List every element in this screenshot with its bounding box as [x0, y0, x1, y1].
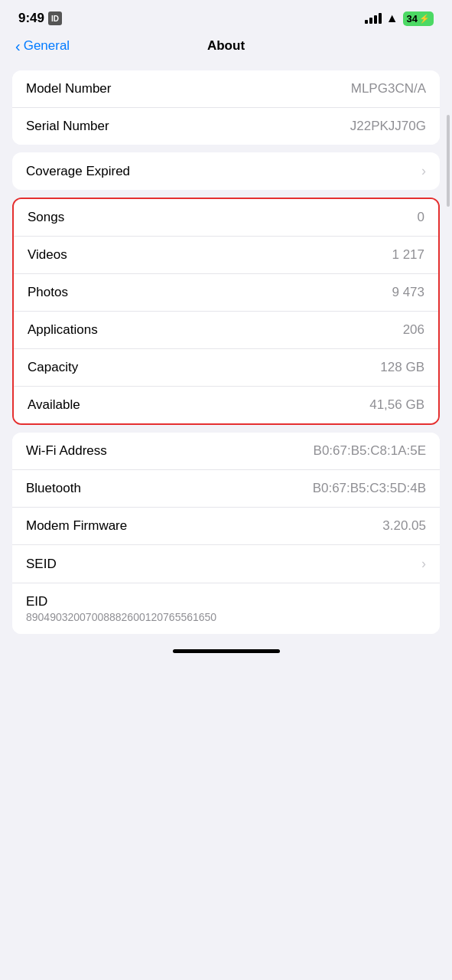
back-button[interactable]: ‹ General [15, 38, 70, 54]
videos-row: Videos 1 217 [14, 237, 438, 274]
back-chevron-icon: ‹ [15, 38, 21, 54]
songs-value: 0 [418, 210, 424, 225]
scrollbar-thumb[interactable] [447, 115, 450, 207]
back-label: General [24, 38, 70, 54]
videos-label: Videos [28, 247, 67, 263]
serial-number-row: Serial Number J22PKJJ70G [12, 108, 440, 145]
status-time: 9:49 [18, 11, 44, 26]
bluetooth-label: Bluetooth [26, 481, 81, 496]
battery-bolt-icon: ⚡ [419, 14, 430, 24]
signal-icon [365, 13, 382, 24]
status-right-icons: ▲ 34 ⚡ [365, 11, 434, 26]
modem-firmware-row: Modem Firmware 3.20.05 [12, 508, 440, 545]
capacity-row: Capacity 128 GB [14, 349, 438, 387]
wifi-address-value: B0:67:B5:C8:1A:5E [314, 443, 426, 459]
coverage-expired-row[interactable]: Coverage Expired › [12, 152, 440, 190]
wifi-address-label: Wi-Fi Address [26, 443, 107, 459]
navigation-bar: ‹ General About [0, 32, 452, 63]
eid-row: EID 89049032007008882600120765561650 [12, 583, 440, 634]
capacity-label: Capacity [28, 360, 78, 375]
media-storage-section: Songs 0 Videos 1 217 Photos 9 473 Applic… [12, 198, 440, 425]
network-section: Wi-Fi Address B0:67:B5:C8:1A:5E Bluetoot… [12, 433, 440, 634]
status-bar: 9:49 ID ▲ 34 ⚡ [0, 0, 452, 32]
serial-number-value: J22PKJJ70G [350, 119, 426, 134]
capacity-value: 128 GB [380, 360, 424, 375]
seid-row[interactable]: SEID › [12, 545, 440, 583]
songs-label: Songs [28, 210, 64, 225]
coverage-section: Coverage Expired › [12, 152, 440, 190]
applications-label: Applications [28, 322, 98, 338]
seid-chevron-icon: › [421, 556, 426, 572]
status-time-area: 9:49 ID [18, 11, 62, 26]
seid-chevron-wrap: › [415, 556, 426, 572]
eid-value: 89049032007008882600120765561650 [26, 611, 216, 623]
page-title: About [207, 38, 245, 54]
photos-value: 9 473 [392, 285, 424, 300]
battery-indicator: 34 ⚡ [403, 11, 434, 26]
bluetooth-value: B0:67:B5:C3:5D:4B [313, 481, 426, 496]
eid-label: EID [26, 594, 47, 609]
videos-value: 1 217 [392, 247, 424, 263]
applications-value: 206 [403, 322, 424, 338]
applications-row: Applications 206 [14, 312, 438, 349]
home-bar [173, 649, 280, 653]
model-serial-section: Model Number MLPG3CN/A Serial Number J22… [12, 70, 440, 145]
modem-firmware-value: 3.20.05 [382, 518, 426, 534]
serial-number-label: Serial Number [26, 119, 109, 134]
model-number-row: Model Number MLPG3CN/A [12, 70, 440, 108]
modem-firmware-label: Modem Firmware [26, 518, 127, 534]
wifi-icon: ▲ [386, 11, 398, 25]
seid-label: SEID [26, 557, 57, 572]
bluetooth-row: Bluetooth B0:67:B5:C3:5D:4B [12, 470, 440, 508]
photos-label: Photos [28, 285, 68, 300]
songs-row: Songs 0 [14, 199, 438, 237]
coverage-expired-label: Coverage Expired [26, 164, 130, 179]
coverage-chevron-icon: › [421, 163, 426, 179]
photos-row: Photos 9 473 [14, 274, 438, 312]
available-label: Available [28, 397, 80, 413]
home-indicator-area [0, 642, 452, 664]
model-number-value: MLPG3CN/A [351, 81, 426, 96]
available-value: 41,56 GB [369, 397, 424, 413]
available-row: Available 41,56 GB [14, 387, 438, 423]
wifi-address-row: Wi-Fi Address B0:67:B5:C8:1A:5E [12, 433, 440, 470]
scrollbar-track[interactable] [447, 107, 450, 567]
id-icon: ID [48, 11, 62, 25]
coverage-chevron-wrap: › [415, 163, 426, 179]
model-number-label: Model Number [26, 81, 112, 96]
